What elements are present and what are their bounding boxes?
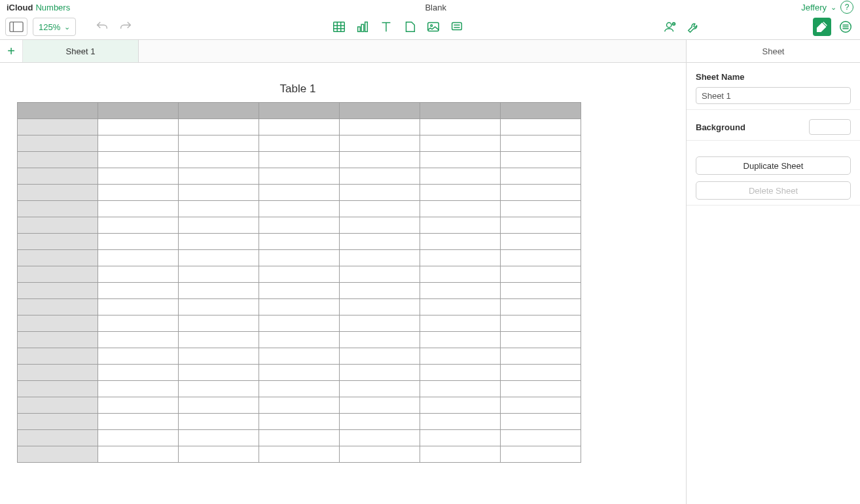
body-cell[interactable]	[501, 119, 581, 135]
body-cell[interactable]	[420, 414, 501, 430]
body-cell[interactable]	[98, 201, 179, 217]
body-cell[interactable]	[259, 168, 340, 185]
body-cell[interactable]	[501, 250, 581, 266]
body-cell[interactable]	[179, 381, 259, 397]
body-cell[interactable]	[501, 414, 581, 430]
body-cell[interactable]	[340, 381, 420, 397]
body-cell[interactable]	[340, 201, 420, 217]
body-cell[interactable]	[501, 185, 581, 201]
row-header-cell[interactable]	[18, 299, 98, 315]
column-header-cell[interactable]	[18, 103, 98, 119]
background-color-well[interactable]	[809, 119, 851, 135]
sheet-name-input[interactable]	[696, 87, 851, 104]
body-cell[interactable]	[98, 168, 179, 185]
body-cell[interactable]	[179, 430, 259, 446]
body-cell[interactable]	[501, 332, 581, 348]
body-cell[interactable]	[98, 135, 179, 152]
add-sheet-button[interactable]: +	[0, 40, 23, 62]
body-cell[interactable]	[501, 201, 581, 217]
body-cell[interactable]	[179, 201, 259, 217]
body-cell[interactable]	[259, 365, 340, 381]
body-cell[interactable]	[420, 250, 501, 266]
row-header-cell[interactable]	[18, 430, 98, 446]
table-title[interactable]: Table 1	[17, 82, 579, 96]
insert-image-icon[interactable]	[424, 18, 442, 36]
row-header-cell[interactable]	[18, 365, 98, 381]
body-cell[interactable]	[179, 365, 259, 381]
row-header-cell[interactable]	[18, 135, 98, 152]
brand-icloud[interactable]: iCloud	[7, 3, 33, 12]
undo-button[interactable]	[93, 18, 111, 36]
help-icon[interactable]: ?	[840, 1, 853, 14]
row-header-cell[interactable]	[18, 381, 98, 397]
body-cell[interactable]	[501, 397, 581, 414]
body-cell[interactable]	[420, 217, 501, 234]
body-cell[interactable]	[98, 152, 179, 168]
body-cell[interactable]	[259, 234, 340, 250]
body-cell[interactable]	[420, 135, 501, 152]
body-cell[interactable]	[179, 185, 259, 201]
sheet-canvas[interactable]: Table 1	[0, 63, 687, 504]
body-cell[interactable]	[179, 348, 259, 365]
row-header-cell[interactable]	[18, 414, 98, 430]
body-cell[interactable]	[501, 283, 581, 299]
body-cell[interactable]	[501, 365, 581, 381]
body-cell[interactable]	[501, 315, 581, 332]
body-cell[interactable]	[501, 348, 581, 365]
body-cell[interactable]	[179, 234, 259, 250]
body-cell[interactable]	[501, 234, 581, 250]
body-cell[interactable]	[340, 266, 420, 283]
row-header-cell[interactable]	[18, 152, 98, 168]
body-cell[interactable]	[98, 266, 179, 283]
chevron-down-icon[interactable]: ⌄	[831, 3, 836, 12]
body-cell[interactable]	[98, 397, 179, 414]
body-cell[interactable]	[259, 250, 340, 266]
body-cell[interactable]	[98, 332, 179, 348]
row-header-cell[interactable]	[18, 201, 98, 217]
body-cell[interactable]	[179, 250, 259, 266]
body-cell[interactable]	[420, 397, 501, 414]
body-cell[interactable]	[259, 283, 340, 299]
body-cell[interactable]	[420, 119, 501, 135]
body-cell[interactable]	[340, 397, 420, 414]
row-header-cell[interactable]	[18, 234, 98, 250]
redo-button[interactable]	[116, 18, 135, 36]
body-cell[interactable]	[179, 152, 259, 168]
body-cell[interactable]	[98, 217, 179, 234]
body-cell[interactable]	[340, 315, 420, 332]
body-cell[interactable]	[340, 365, 420, 381]
body-cell[interactable]	[259, 185, 340, 201]
body-cell[interactable]	[420, 168, 501, 185]
body-cell[interactable]	[501, 446, 581, 463]
body-cell[interactable]	[501, 299, 581, 315]
document-title[interactable]: Blank	[70, 3, 801, 12]
body-cell[interactable]	[98, 185, 179, 201]
column-header-cell[interactable]	[179, 103, 259, 119]
body-cell[interactable]	[420, 430, 501, 446]
body-cell[interactable]	[340, 217, 420, 234]
body-cell[interactable]	[420, 152, 501, 168]
body-cell[interactable]	[259, 152, 340, 168]
body-cell[interactable]	[420, 201, 501, 217]
body-cell[interactable]	[259, 201, 340, 217]
body-cell[interactable]	[340, 119, 420, 135]
body-cell[interactable]	[179, 332, 259, 348]
row-header-cell[interactable]	[18, 266, 98, 283]
body-cell[interactable]	[259, 217, 340, 234]
body-cell[interactable]	[179, 119, 259, 135]
row-header-cell[interactable]	[18, 446, 98, 463]
insert-table-icon[interactable]	[330, 18, 348, 36]
column-header-cell[interactable]	[420, 103, 501, 119]
body-cell[interactable]	[420, 234, 501, 250]
row-header-cell[interactable]	[18, 168, 98, 185]
body-cell[interactable]	[340, 446, 420, 463]
row-header-cell[interactable]	[18, 315, 98, 332]
body-cell[interactable]	[179, 315, 259, 332]
body-cell[interactable]	[98, 381, 179, 397]
brand-app-name[interactable]: Numbers	[35, 3, 70, 12]
body-cell[interactable]	[420, 283, 501, 299]
body-cell[interactable]	[179, 283, 259, 299]
body-cell[interactable]	[259, 299, 340, 315]
body-cell[interactable]	[259, 119, 340, 135]
column-header-cell[interactable]	[340, 103, 420, 119]
